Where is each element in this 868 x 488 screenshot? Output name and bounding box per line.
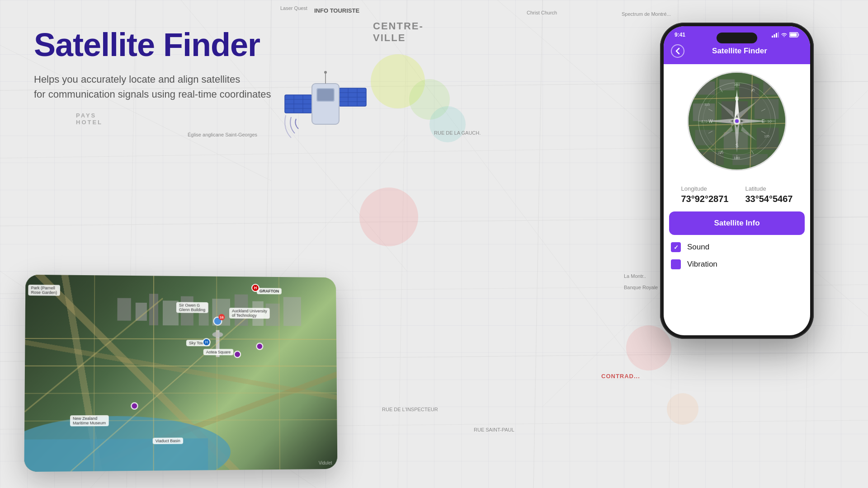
sound-label: Sound: [687, 243, 709, 252]
longitude-value: 73°92°2871: [681, 194, 729, 204]
svg-rect-66: [798, 34, 799, 36]
longitude-item: Longitude 73°92°2871: [681, 185, 729, 204]
svg-marker-113: [737, 102, 756, 118]
battery-icon: [789, 32, 799, 38]
map-label-viaduct: Viaduct Basin: [153, 437, 183, 444]
pin-purple-3: [131, 402, 138, 409]
dynamic-island: [717, 33, 757, 43]
map-label-owen: Sir Owen GGlenn Building: [176, 302, 208, 313]
svg-text:W: W: [708, 119, 713, 124]
svg-line-107: [708, 131, 712, 133]
pin-purple-1: [256, 343, 263, 350]
pin-blue-2: H: [203, 338, 211, 346]
sound-setting-item: Sound: [671, 242, 803, 252]
svg-rect-39: [136, 303, 147, 321]
map-image: Park (ParnellRose Garden) Sir Owen GGlen…: [24, 275, 337, 472]
pin-blue-1: 16: [213, 317, 222, 326]
svg-point-50: [212, 332, 223, 337]
app-header: Satellite Finder: [664, 40, 810, 64]
back-icon: [675, 47, 680, 55]
latitude-value: 33°54°5467: [745, 194, 793, 204]
vibration-checkbox[interactable]: [671, 259, 681, 269]
signal-icon: [772, 32, 779, 38]
svg-marker-114: [740, 121, 756, 141]
svg-marker-116: [717, 102, 737, 118]
phone-mockup: 9:41: [660, 23, 814, 339]
svg-rect-38: [117, 298, 131, 321]
phone-screen: 9:41: [664, 26, 810, 335]
map-screenshot: Park (ParnellRose Garden) Sir Owen GGlen…: [24, 275, 337, 472]
svg-line-104: [751, 150, 754, 154]
compass-circle: 360 90 180 270 45 135 225 315: [687, 71, 787, 171]
satellite-info-button[interactable]: Satellite Info: [669, 211, 805, 235]
svg-rect-61: [772, 36, 773, 38]
coordinates-row: Longitude 73°92°2871 Latitude 33°54°5467: [664, 178, 810, 208]
page-subtitle: Helps you accurately locate and align sa…: [34, 72, 271, 102]
sound-checkbox[interactable]: [671, 242, 681, 252]
svg-line-106: [708, 109, 712, 111]
map-label-aotea: Aotea Square: [203, 349, 234, 355]
svg-rect-63: [776, 33, 777, 38]
vibration-setting-item: Vibration: [671, 259, 803, 269]
svg-text:S: S: [736, 143, 739, 148]
page-title: Satellite Finder: [34, 27, 271, 63]
vibration-label: Vibration: [687, 260, 717, 269]
latitude-item: Latitude 33°54°5467: [745, 185, 793, 204]
svg-line-105: [720, 88, 722, 92]
settings-list: Sound Vibration: [664, 239, 810, 273]
compass-rose: 360 90 180 270 45 135 225 315: [689, 73, 785, 169]
map-watermark: Vidulet: [319, 460, 332, 465]
svg-line-103: [761, 131, 765, 133]
compass-container: 360 90 180 270 45 135 225 315: [664, 64, 810, 178]
latitude-label: Latitude: [745, 185, 793, 192]
left-section: Satellite Finder Helps you accurately lo…: [34, 27, 271, 102]
pin-red-h: H: [251, 284, 259, 292]
svg-line-57: [217, 277, 217, 470]
svg-text:E: E: [762, 119, 765, 124]
svg-rect-62: [774, 34, 775, 38]
svg-rect-48: [283, 297, 301, 326]
status-icons: [772, 32, 799, 38]
pin-purple-2: [234, 351, 241, 358]
svg-line-59: [24, 297, 163, 412]
satellite-icon: [280, 70, 362, 142]
svg-line-51: [25, 338, 336, 339]
svg-rect-67: [790, 33, 797, 37]
map-label-aut: Auckland Universityof Technology: [229, 308, 270, 319]
wifi-icon: [781, 32, 788, 38]
longitude-label: Longitude: [681, 185, 729, 192]
svg-line-53: [25, 393, 337, 393]
svg-text:315: 315: [704, 103, 710, 106]
svg-line-102: [761, 109, 765, 111]
svg-text:135: 135: [764, 135, 769, 138]
subtitle-text: Helps you accurately locate and align sa…: [34, 74, 271, 100]
svg-point-118: [735, 119, 739, 123]
map-label-parnell: Park (ParnellRose Garden): [28, 285, 60, 296]
svg-point-35: [324, 71, 327, 74]
map-label-nz-museum: New ZealandMaritime Museum: [70, 415, 108, 427]
map-label-grafton: GRAFTON: [257, 288, 282, 294]
svg-marker-115: [717, 121, 734, 141]
svg-rect-33: [317, 89, 334, 101]
main-content: Satellite Finder Helps you accurately lo…: [0, 0, 868, 488]
svg-rect-64: [778, 32, 779, 38]
back-button[interactable]: [671, 44, 684, 58]
app-header-title: Satellite Finder: [690, 47, 789, 56]
svg-text:N: N: [735, 96, 739, 101]
status-time: 9:41: [675, 32, 685, 38]
